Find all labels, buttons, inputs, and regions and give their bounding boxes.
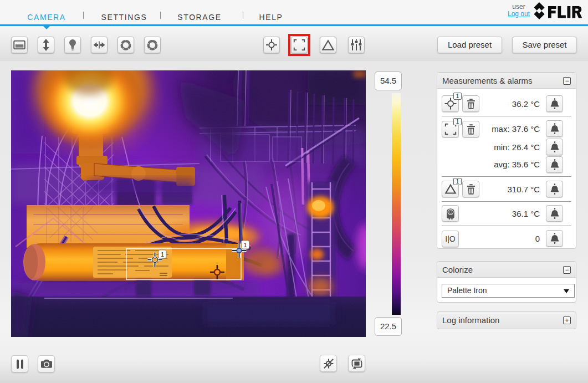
svg-text:1: 1 <box>161 251 164 258</box>
svg-text:1: 1 <box>243 242 247 248</box>
